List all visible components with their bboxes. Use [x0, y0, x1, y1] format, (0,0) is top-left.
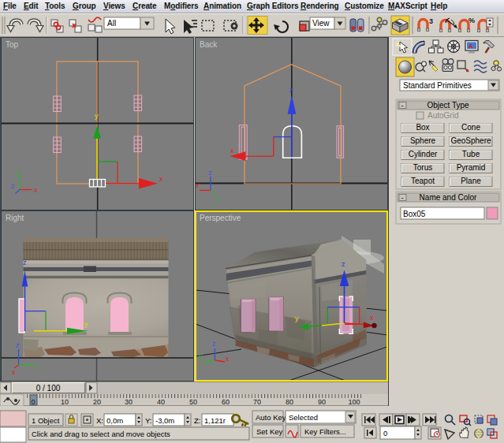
svg-text:Plane: Plane: [461, 177, 481, 185]
svg-text:Key Filters...: Key Filters...: [304, 427, 346, 436]
svg-text:-3,0m: -3,0m: [155, 416, 174, 425]
svg-text:%: %: [469, 17, 475, 24]
svg-text:Pyramid: Pyramid: [457, 163, 486, 172]
svg-text:X:: X:: [96, 416, 103, 425]
svg-text:z: z: [16, 341, 20, 349]
svg-text:0 / 100: 0 / 100: [36, 384, 61, 393]
svg-text:-: -: [401, 194, 404, 202]
svg-text:Name and Color: Name and Color: [420, 193, 477, 202]
svg-text:0,0m: 0,0m: [106, 416, 123, 425]
svg-text:x: x: [34, 186, 38, 194]
svg-text:80: 80: [286, 398, 293, 406]
svg-text:x: x: [12, 368, 16, 376]
svg-text:y: y: [199, 352, 203, 360]
svg-text:100: 100: [348, 398, 360, 406]
svg-text:Tube: Tube: [462, 150, 480, 158]
svg-text:Z:: Z:: [194, 416, 200, 425]
svg-text:y: y: [216, 195, 220, 203]
svg-text:x: x: [370, 314, 374, 322]
svg-text:60: 60: [222, 398, 230, 406]
svg-text:x: x: [159, 175, 163, 183]
svg-text:Cylinder: Cylinder: [409, 150, 438, 158]
svg-text:Auto Key: Auto Key: [256, 413, 286, 422]
svg-text:View: View: [312, 19, 330, 28]
svg-text:50: 50: [189, 398, 197, 406]
svg-text:Box05: Box05: [403, 210, 426, 218]
svg-text:1,121r: 1,121r: [204, 416, 226, 425]
svg-text:Selected: Selected: [289, 413, 318, 422]
svg-text:x: x: [226, 355, 230, 363]
svg-text:30: 30: [125, 398, 133, 406]
svg-text:0: 0: [31, 398, 35, 406]
svg-text:Box: Box: [416, 123, 429, 132]
svg-text:Click and drag to select and m: Click and drag to select and move object…: [32, 430, 170, 438]
svg-text:Set Key: Set Key: [256, 427, 283, 436]
svg-text:70: 70: [253, 398, 261, 406]
svg-text:-: -: [401, 102, 404, 110]
svg-text:Cone: Cone: [461, 123, 480, 132]
svg-text:90: 90: [318, 398, 326, 406]
svg-text:z: z: [11, 182, 15, 190]
svg-text:y: y: [95, 112, 99, 120]
svg-text:y: y: [295, 315, 299, 322]
svg-text:All: All: [107, 19, 116, 28]
svg-text:Teapot: Teapot: [411, 177, 435, 185]
svg-text:3: 3: [429, 17, 433, 25]
svg-text:x: x: [230, 147, 234, 154]
svg-text:z: z: [212, 340, 216, 348]
svg-text:Torus: Torus: [413, 163, 432, 172]
svg-text:20: 20: [93, 398, 101, 406]
svg-text:Top: Top: [6, 40, 19, 49]
svg-text:y: y: [84, 320, 88, 328]
svg-text:Y:: Y:: [145, 416, 151, 425]
svg-text:z: z: [342, 260, 345, 268]
svg-text:AutoGrid: AutoGrid: [427, 111, 458, 120]
svg-text:Back: Back: [200, 40, 218, 49]
svg-text:Right: Right: [6, 214, 24, 222]
svg-text:1 Object: 1 Object: [32, 416, 60, 425]
svg-text:x: x: [196, 181, 200, 189]
svg-text:A: A: [469, 43, 473, 50]
svg-text:z: z: [289, 86, 293, 94]
svg-text:y: y: [35, 362, 39, 370]
svg-text:Object Type: Object Type: [427, 101, 469, 110]
svg-text:GeoSphere: GeoSphere: [450, 136, 491, 145]
svg-text:40: 40: [157, 398, 165, 406]
svg-text:y: y: [17, 168, 21, 176]
svg-text:Sphere: Sphere: [410, 136, 436, 145]
svg-text:Perspective: Perspective: [200, 214, 241, 222]
svg-text:10: 10: [61, 398, 69, 406]
svg-text:z: z: [23, 259, 27, 266]
svg-text:0: 0: [383, 429, 387, 437]
svg-text:z: z: [208, 169, 212, 177]
svg-text:Standard Primitives: Standard Primitives: [403, 81, 472, 90]
